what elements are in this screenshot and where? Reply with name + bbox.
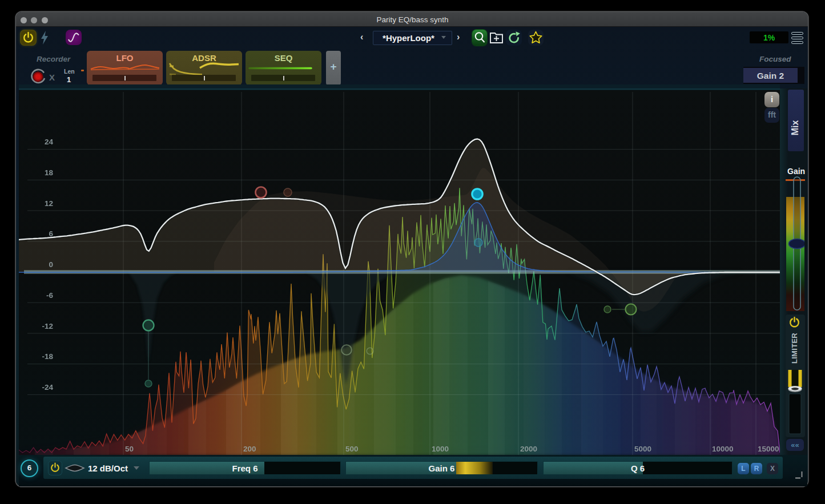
svg-text:-6: -6 xyxy=(46,291,53,300)
svg-text:6: 6 xyxy=(49,229,53,238)
svg-text:500: 500 xyxy=(345,445,359,453)
svg-text:-24: -24 xyxy=(42,383,53,392)
svg-text:12: 12 xyxy=(45,199,53,208)
svg-text:1000: 1000 xyxy=(432,445,449,453)
svg-text:-12: -12 xyxy=(42,322,53,330)
svg-text:0: 0 xyxy=(49,260,53,269)
svg-text:200: 200 xyxy=(243,445,256,453)
svg-text:5000: 5000 xyxy=(634,445,651,453)
svg-text:50: 50 xyxy=(125,445,134,453)
svg-text:-18: -18 xyxy=(42,352,53,361)
svg-text:2000: 2000 xyxy=(520,445,537,453)
svg-text:18: 18 xyxy=(45,168,54,177)
svg-text:10000: 10000 xyxy=(712,445,734,453)
svg-text:24: 24 xyxy=(45,138,54,146)
svg-text:15000: 15000 xyxy=(758,445,779,453)
